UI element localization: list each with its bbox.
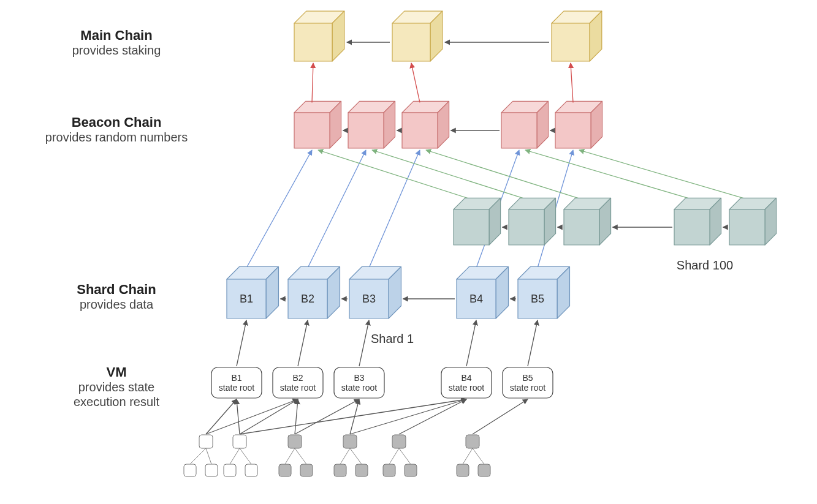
svg-rect-10: [564, 209, 599, 245]
shard1-cube-5: B5: [518, 267, 569, 318]
vm-box-2: B2state root: [273, 367, 323, 398]
shard1-cube-1-label: B1: [240, 293, 253, 305]
vm-to-shard: [359, 320, 369, 366]
vm-to-shard: [528, 320, 538, 366]
tree-leaf-0: [184, 464, 196, 476]
svg-text:state root: state root: [510, 383, 545, 393]
tree-edge: [473, 448, 484, 464]
svg-rect-11: [674, 209, 710, 245]
row-subtitle: provides state: [78, 380, 155, 394]
shard1-cube-1: B1: [227, 267, 278, 318]
shard1-cube-3-label: B3: [362, 293, 376, 305]
shard1-cube-2: B2: [288, 267, 340, 318]
tree-mid-0: [199, 435, 213, 448]
row-title: Main Chain: [80, 28, 152, 43]
shard-to-beacon: [369, 150, 420, 268]
shard1-cube-2-label: B2: [301, 293, 314, 305]
svg-text:B3: B3: [354, 373, 364, 383]
tree-leaf-11: [478, 464, 490, 476]
svg-text:B5: B5: [522, 373, 533, 383]
svg-text:state root: state root: [341, 383, 377, 393]
beacon-cube-1: [294, 101, 341, 148]
tree-leaf-5: [300, 464, 313, 476]
tree-mid-5: [466, 435, 479, 448]
svg-text:state root: state root: [280, 383, 316, 393]
shard-to-beacon: [308, 150, 366, 268]
vm-box-4: B4state root: [441, 367, 492, 398]
tree-edge: [350, 448, 362, 464]
shard1-cube-3: B3: [349, 267, 401, 318]
svg-rect-1: [392, 23, 430, 61]
row-subtitle: provides staking: [72, 43, 161, 57]
main-cube-1: [294, 11, 344, 61]
tree-leaf-3: [245, 464, 257, 476]
shard-to-beacon: [246, 150, 312, 268]
shard100-cube-5: [729, 198, 777, 245]
tree-to-vm: [473, 399, 528, 434]
beacon-to-main: [411, 63, 420, 102]
tree-to-vm: [295, 399, 298, 434]
tree-leaf-1: [205, 464, 218, 476]
tree-to-vm: [295, 399, 359, 434]
vm-box-5: B5state root: [503, 367, 553, 398]
tree-edge: [399, 448, 411, 464]
tree-edge: [206, 448, 211, 464]
shard100-cube-3: [564, 198, 611, 245]
tree-edge: [389, 448, 399, 464]
tree-edge: [190, 448, 206, 464]
svg-rect-5: [402, 113, 438, 148]
svg-rect-8: [454, 209, 489, 245]
shard100-cube-4: [674, 198, 721, 245]
tree-edge: [240, 448, 251, 464]
svg-text:B4: B4: [461, 373, 471, 383]
vm-to-shard: [466, 320, 476, 366]
tree-mid-2: [288, 435, 302, 448]
tree-leaf-7: [355, 464, 368, 476]
tree-to-vm: [350, 399, 466, 434]
tree-leaf-2: [224, 464, 236, 476]
tree-leaf-9: [405, 464, 417, 476]
tree-to-vm: [237, 399, 240, 434]
vm-box-3: B3state root: [334, 367, 384, 398]
tree-mid-1: [233, 435, 246, 448]
shard100-cube-2: [509, 198, 556, 245]
row-subtitle: provides random numbers: [45, 130, 188, 144]
shard100-to-beacon: [579, 150, 747, 199]
svg-rect-0: [294, 23, 332, 61]
tree-leaf-6: [334, 464, 346, 476]
tree-leaf-8: [383, 464, 395, 476]
tree-edge: [285, 448, 295, 464]
tree-to-vm: [240, 399, 298, 434]
shard100-to-beacon: [525, 150, 692, 199]
svg-rect-3: [294, 113, 330, 148]
tree-edge: [463, 448, 473, 464]
architecture-diagram: B1B2B3B4B5 B1state rootB2state rootB3sta…: [0, 0, 817, 504]
beacon-cube-4: [501, 101, 549, 148]
svg-rect-9: [509, 209, 544, 245]
beacon-cube-3: [402, 101, 449, 148]
svg-text:B2: B2: [292, 373, 303, 383]
shard100-label: Shard 100: [677, 258, 733, 272]
svg-rect-4: [348, 113, 384, 148]
tree-edge: [340, 448, 350, 464]
tree-mid-4: [392, 435, 406, 448]
row-subtitle: execution result: [74, 395, 160, 408]
main-cube-2: [392, 11, 443, 61]
beacon-to-main: [312, 63, 313, 102]
shard1-cube-4-label: B4: [469, 293, 483, 305]
svg-text:B1: B1: [231, 373, 241, 383]
row-title: Beacon Chain: [72, 115, 162, 130]
svg-text:state root: state root: [449, 383, 484, 393]
vm-to-shard: [298, 320, 308, 366]
tree-edge: [230, 448, 240, 464]
beacon-to-main: [571, 63, 573, 102]
tree-leaf-4: [279, 464, 291, 476]
beacon-cube-5: [555, 101, 602, 148]
tree-edge: [295, 448, 306, 464]
tree-mid-3: [343, 435, 357, 448]
svg-rect-2: [552, 23, 590, 61]
beacon-cube-2: [348, 101, 395, 148]
svg-rect-12: [729, 209, 765, 245]
tree-leaf-10: [457, 464, 469, 476]
row-title: Shard Chain: [77, 282, 156, 297]
